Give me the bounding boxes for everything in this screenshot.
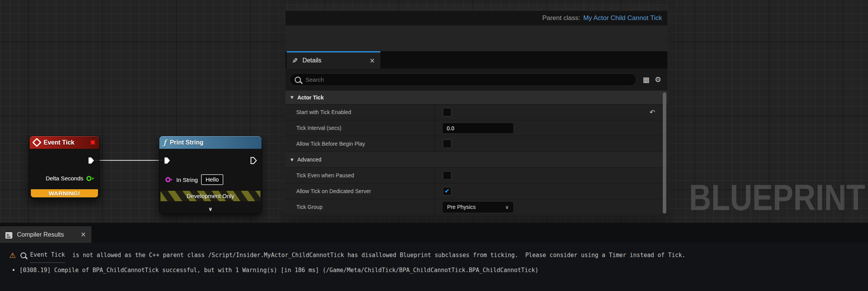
settings-gear-icon[interactable]: ⚙ (655, 76, 661, 83)
in-string-pin[interactable] (165, 177, 173, 183)
details-scrollbar[interactable] (663, 93, 666, 214)
development-only-banner: Development Only (160, 191, 260, 201)
details-tabrow: ✎ Details × (285, 51, 667, 69)
property-row-tick-group: Tick Group Pre Physics ∨ (285, 199, 667, 215)
event-status-icon (90, 140, 95, 145)
compiler-results-tab-close-icon[interactable]: × (81, 231, 86, 238)
exec-output-pin[interactable] (88, 157, 95, 164)
section-advanced[interactable]: ▼ Advanced (285, 152, 667, 168)
parent-class-link[interactable]: My Actor Child Cannot Tick (583, 14, 662, 22)
property-row-tick-even-when-paused: Tick Even when Paused (285, 168, 667, 183)
search-input[interactable] (305, 76, 607, 83)
section-actor-tick-label: Actor Tick (297, 94, 324, 101)
reset-to-default-icon[interactable]: ↶ (650, 108, 655, 116)
details-panel: Parent class: My Actor Child Cannot Tick… (285, 11, 667, 216)
display-filter-icon[interactable]: ▦ (643, 76, 650, 83)
event-icon (32, 138, 41, 147)
details-tab-label: Details (302, 57, 321, 64)
details-pencil-icon: ✎ (292, 57, 298, 65)
tick-even-when-paused-checkbox[interactable] (443, 171, 451, 180)
event-tick-message-link[interactable]: Event Tick (30, 247, 65, 263)
section-advanced-label: Advanced (297, 156, 321, 163)
exec-wire (94, 160, 164, 161)
compiler-results-icon (5, 231, 12, 239)
compiler-results-panel: Compiler Results × ⚠ Event Tick is not a… (0, 223, 868, 291)
checkmark-icon: ✔ (444, 188, 449, 194)
details-search-row: ▦ ⚙ (285, 69, 667, 91)
compiler-warning-text: is not allowed as the C++ parent class /… (69, 248, 685, 262)
compiler-results-tab-label: Compiler Results (17, 231, 64, 238)
property-row-tick-interval: Tick Interval (secs) 0.0 (285, 120, 667, 136)
panel-titlebar: Parent class: My Actor Child Cannot Tick (285, 11, 667, 25)
event-tick-node[interactable]: Event Tick Delta Seconds WARNING! (29, 136, 100, 199)
in-string-label: In String (176, 177, 198, 183)
property-label: Allow Tick on Dedicated Server (285, 183, 435, 199)
section-actor-tick[interactable]: ▼ Actor Tick (285, 91, 667, 104)
tick-group-dropdown[interactable]: Pre Physics ∨ (443, 202, 513, 212)
property-row-start-with-tick-enabled: Start with Tick Enabled ↶ (285, 104, 667, 120)
property-label: Tick Group (285, 199, 435, 215)
tick-group-selected-value: Pre Physics (447, 204, 476, 210)
details-tab-close-icon[interactable]: × (370, 57, 375, 64)
compiler-warning-line: ⚠ Event Tick is not allowed as the C++ p… (9, 247, 868, 263)
node-expand-chevron-icon[interactable]: ∨ (159, 206, 262, 212)
property-row-allow-tick-before-begin-play: Allow Tick Before Begin Play (285, 136, 667, 152)
details-property-list: ▼ Actor Tick Start with Tick Enabled ↶ T… (285, 91, 667, 216)
event-tick-node-header[interactable]: Event Tick (30, 136, 99, 149)
search-icon (295, 77, 301, 83)
tab-compiler-results[interactable]: Compiler Results × (0, 226, 91, 243)
exec-output-pin[interactable] (250, 157, 257, 164)
in-string-value-input[interactable]: Hello (201, 174, 223, 185)
compiler-tabrow: Compiler Results × (0, 223, 868, 243)
collapse-triangle-icon[interactable]: ▼ (290, 158, 294, 162)
print-string-node-header[interactable]: ƒ Print String (159, 136, 262, 149)
find-in-graph-icon[interactable] (20, 252, 26, 258)
tab-details[interactable]: ✎ Details × (287, 51, 380, 69)
print-string-node[interactable]: ƒ Print String In String Hello Developme… (159, 136, 262, 214)
bullet-icon: • (12, 263, 15, 278)
parent-class-label: Parent class: (542, 14, 580, 22)
blueprint-editor-window: BLUEPRINT Event Tick Delta Seconds WARNI… (0, 0, 868, 291)
start-with-tick-enabled-checkbox[interactable] (443, 108, 451, 116)
warning-triangle-icon: ⚠ (9, 248, 16, 262)
property-label: Start with Tick Enabled (285, 104, 435, 120)
compiler-message-log: ⚠ Event Tick is not allowed as the C++ p… (0, 243, 868, 278)
node-warning-banner: WARNING! (31, 189, 98, 197)
exec-input-pin[interactable] (164, 157, 171, 164)
tick-interval-input[interactable]: 0.0 (443, 123, 513, 133)
collapse-triangle-icon[interactable]: ▼ (290, 95, 294, 99)
property-row-allow-tick-on-dedicated-server: Allow Tick on Dedicated Server ✔ (285, 183, 667, 199)
blueprint-watermark: BLUEPRINT (689, 177, 865, 219)
allow-tick-on-dedicated-server-checkbox[interactable]: ✔ (443, 187, 451, 195)
property-label: Allow Tick Before Begin Play (285, 136, 435, 151)
panel-toolbar-area (285, 25, 667, 51)
search-box[interactable] (289, 73, 637, 86)
compiler-result-text: [0308.19] Compile of BPA_ChildCannotTick… (19, 263, 539, 278)
event-tick-node-title: Event Tick (44, 139, 74, 146)
allow-tick-before-begin-play-checkbox[interactable] (443, 140, 451, 148)
property-label: Tick Interval (secs) (285, 120, 435, 136)
delta-seconds-pin[interactable] (86, 175, 95, 182)
compiler-result-line: • [0308.19] Compile of BPA_ChildCannotTi… (9, 263, 868, 278)
property-label: Tick Even when Paused (285, 168, 435, 183)
delta-seconds-label: Delta Seconds (46, 175, 83, 182)
chevron-down-icon: ∨ (505, 204, 509, 210)
print-string-node-title: Print String (170, 139, 203, 146)
function-icon: ƒ (163, 139, 166, 146)
